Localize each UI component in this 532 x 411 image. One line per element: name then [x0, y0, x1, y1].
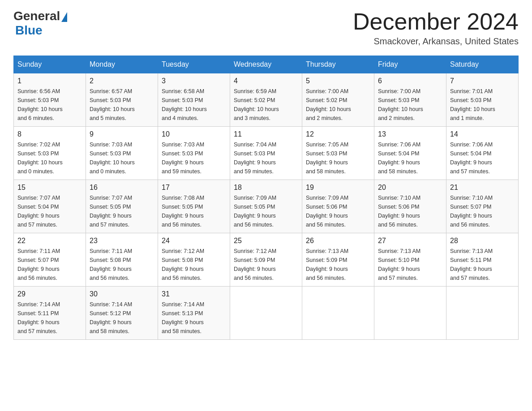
col-friday: Friday [374, 56, 446, 73]
col-saturday: Saturday [446, 56, 519, 73]
table-row: 23Sunrise: 7:11 AMSunset: 5:08 PMDayligh… [86, 233, 158, 287]
col-wednesday: Wednesday [230, 56, 302, 73]
page-header: General Blue December 2024 Smackover, Ar… [13, 9, 519, 47]
day-number: 22 [17, 237, 82, 245]
day-info: Sunrise: 7:01 AMSunset: 5:03 PMDaylight:… [450, 87, 515, 123]
table-row: 17Sunrise: 7:08 AMSunset: 5:05 PMDayligh… [158, 180, 230, 233]
calendar-table: Sunday Monday Tuesday Wednesday Thursday… [13, 56, 519, 340]
day-info: Sunrise: 7:11 AMSunset: 5:07 PMDaylight:… [17, 247, 82, 283]
day-number: 3 [162, 77, 226, 85]
table-row: 22Sunrise: 7:11 AMSunset: 5:07 PMDayligh… [14, 233, 86, 287]
day-info: Sunrise: 7:09 AMSunset: 5:06 PMDaylight:… [306, 193, 370, 229]
day-number: 23 [90, 237, 154, 245]
day-number: 12 [306, 130, 370, 138]
day-info: Sunrise: 7:00 AMSunset: 5:03 PMDaylight:… [378, 87, 442, 123]
table-row [374, 287, 446, 340]
day-number: 15 [17, 184, 82, 192]
day-number: 21 [450, 184, 515, 192]
day-number: 6 [378, 77, 442, 85]
table-row: 5Sunrise: 7:00 AMSunset: 5:02 PMDaylight… [302, 73, 374, 127]
day-info: Sunrise: 7:02 AMSunset: 5:03 PMDaylight:… [17, 140, 82, 176]
day-info: Sunrise: 6:59 AMSunset: 5:02 PMDaylight:… [234, 87, 298, 123]
day-info: Sunrise: 7:08 AMSunset: 5:05 PMDaylight:… [162, 193, 226, 229]
day-info: Sunrise: 7:07 AMSunset: 5:04 PMDaylight:… [17, 193, 82, 229]
table-row: 6Sunrise: 7:00 AMSunset: 5:03 PMDaylight… [374, 73, 446, 127]
day-info: Sunrise: 7:09 AMSunset: 5:05 PMDaylight:… [234, 193, 298, 229]
day-number: 18 [234, 184, 298, 192]
day-number: 8 [17, 130, 82, 138]
table-row: 14Sunrise: 7:06 AMSunset: 5:04 PMDayligh… [446, 127, 519, 180]
day-info: Sunrise: 7:14 AMSunset: 5:12 PMDaylight:… [90, 300, 154, 336]
day-info: Sunrise: 7:10 AMSunset: 5:06 PMDaylight:… [378, 193, 442, 229]
day-info: Sunrise: 7:07 AMSunset: 5:05 PMDaylight:… [90, 193, 154, 229]
table-row: 20Sunrise: 7:10 AMSunset: 5:06 PMDayligh… [374, 180, 446, 233]
calendar-header: Sunday Monday Tuesday Wednesday Thursday… [14, 56, 519, 73]
table-row [302, 287, 374, 340]
table-row: 28Sunrise: 7:13 AMSunset: 5:11 PMDayligh… [446, 233, 519, 287]
day-info: Sunrise: 7:06 AMSunset: 5:04 PMDaylight:… [450, 140, 515, 176]
table-row: 3Sunrise: 6:58 AMSunset: 5:03 PMDaylight… [158, 73, 230, 127]
day-info: Sunrise: 7:03 AMSunset: 5:03 PMDaylight:… [162, 140, 226, 176]
table-row: 26Sunrise: 7:13 AMSunset: 5:09 PMDayligh… [302, 233, 374, 287]
col-tuesday: Tuesday [158, 56, 230, 73]
table-row: 9Sunrise: 7:03 AMSunset: 5:03 PMDaylight… [86, 127, 158, 180]
col-sunday: Sunday [14, 56, 86, 73]
day-number: 17 [162, 184, 226, 192]
table-row: 11Sunrise: 7:04 AMSunset: 5:03 PMDayligh… [230, 127, 302, 180]
table-row: 27Sunrise: 7:13 AMSunset: 5:10 PMDayligh… [374, 233, 446, 287]
day-info: Sunrise: 6:58 AMSunset: 5:03 PMDaylight:… [162, 87, 226, 123]
table-row: 15Sunrise: 7:07 AMSunset: 5:04 PMDayligh… [14, 180, 86, 233]
table-row: 7Sunrise: 7:01 AMSunset: 5:03 PMDaylight… [446, 73, 519, 127]
logo-general-text: General [13, 9, 60, 23]
table-row: 18Sunrise: 7:09 AMSunset: 5:05 PMDayligh… [230, 180, 302, 233]
day-number: 24 [162, 237, 226, 245]
table-row [446, 287, 519, 340]
day-number: 25 [234, 237, 298, 245]
table-row: 10Sunrise: 7:03 AMSunset: 5:03 PMDayligh… [158, 127, 230, 180]
day-number: 30 [90, 290, 154, 298]
day-info: Sunrise: 7:13 AMSunset: 5:10 PMDaylight:… [378, 247, 442, 283]
day-info: Sunrise: 6:56 AMSunset: 5:03 PMDaylight:… [17, 87, 82, 123]
day-info: Sunrise: 7:14 AMSunset: 5:11 PMDaylight:… [17, 300, 82, 336]
day-number: 10 [162, 130, 226, 138]
day-info: Sunrise: 7:04 AMSunset: 5:03 PMDaylight:… [234, 140, 298, 176]
table-row: 30Sunrise: 7:14 AMSunset: 5:12 PMDayligh… [86, 287, 158, 340]
table-row: 24Sunrise: 7:12 AMSunset: 5:08 PMDayligh… [158, 233, 230, 287]
day-info: Sunrise: 7:13 AMSunset: 5:11 PMDaylight:… [450, 247, 515, 283]
day-number: 29 [17, 290, 82, 298]
day-number: 14 [450, 130, 515, 138]
table-row: 2Sunrise: 6:57 AMSunset: 5:03 PMDaylight… [86, 73, 158, 127]
day-info: Sunrise: 7:14 AMSunset: 5:13 PMDaylight:… [162, 300, 226, 336]
day-info: Sunrise: 6:57 AMSunset: 5:03 PMDaylight:… [90, 87, 154, 123]
day-number: 11 [234, 130, 298, 138]
table-row: 4Sunrise: 6:59 AMSunset: 5:02 PMDaylight… [230, 73, 302, 127]
table-row: 16Sunrise: 7:07 AMSunset: 5:05 PMDayligh… [86, 180, 158, 233]
col-thursday: Thursday [302, 56, 374, 73]
day-number: 2 [90, 77, 154, 85]
day-number: 16 [90, 184, 154, 192]
table-row [230, 287, 302, 340]
day-number: 4 [234, 77, 298, 85]
day-info: Sunrise: 7:00 AMSunset: 5:02 PMDaylight:… [306, 87, 370, 123]
day-info: Sunrise: 7:12 AMSunset: 5:08 PMDaylight:… [162, 247, 226, 283]
logo-blue-text: Blue [15, 23, 43, 37]
day-number: 13 [378, 130, 442, 138]
day-info: Sunrise: 7:06 AMSunset: 5:04 PMDaylight:… [378, 140, 442, 176]
table-row: 21Sunrise: 7:10 AMSunset: 5:07 PMDayligh… [446, 180, 519, 233]
calendar-body: 1Sunrise: 6:56 AMSunset: 5:03 PMDaylight… [14, 73, 519, 340]
table-row: 13Sunrise: 7:06 AMSunset: 5:04 PMDayligh… [374, 127, 446, 180]
table-row: 12Sunrise: 7:05 AMSunset: 5:03 PMDayligh… [302, 127, 374, 180]
month-title: December 2024 [353, 9, 519, 34]
table-row: 31Sunrise: 7:14 AMSunset: 5:13 PMDayligh… [158, 287, 230, 340]
day-number: 27 [378, 237, 442, 245]
day-number: 28 [450, 237, 515, 245]
table-row: 8Sunrise: 7:02 AMSunset: 5:03 PMDaylight… [14, 127, 86, 180]
col-monday: Monday [86, 56, 158, 73]
day-number: 7 [450, 77, 515, 85]
table-row: 19Sunrise: 7:09 AMSunset: 5:06 PMDayligh… [302, 180, 374, 233]
day-info: Sunrise: 7:11 AMSunset: 5:08 PMDaylight:… [90, 247, 154, 283]
table-row: 29Sunrise: 7:14 AMSunset: 5:11 PMDayligh… [14, 287, 86, 340]
day-info: Sunrise: 7:13 AMSunset: 5:09 PMDaylight:… [306, 247, 370, 283]
day-number: 20 [378, 184, 442, 192]
day-number: 5 [306, 77, 370, 85]
